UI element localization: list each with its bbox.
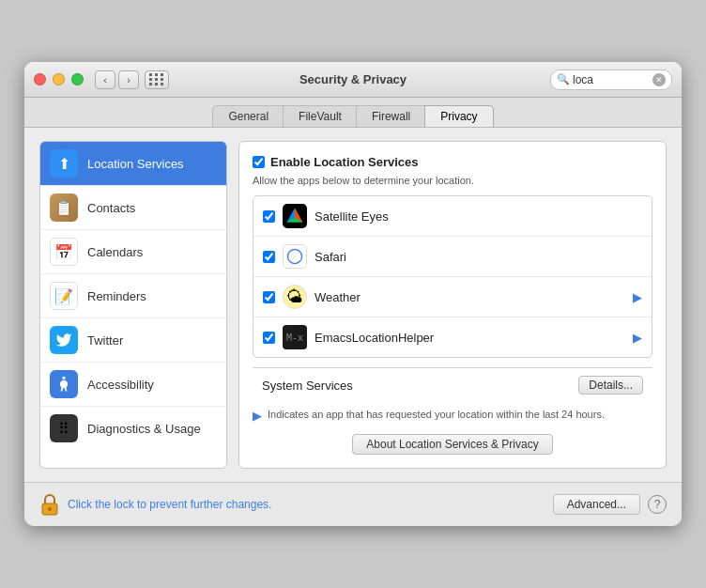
calendars-icon: 📅 — [50, 238, 78, 266]
bottom-bar: Click the lock to prevent further change… — [24, 482, 682, 526]
weather-name: Weather — [315, 290, 625, 304]
search-clear-button[interactable]: ✕ — [652, 73, 666, 86]
details-button[interactable]: Details... — [578, 376, 643, 395]
sidebar-item-contacts[interactable]: 📋 Contacts — [40, 186, 226, 230]
search-box[interactable]: 🔍 ✕ — [550, 70, 672, 90]
app-row-emacs: M-x EmacsLocationHelper ▶ — [253, 317, 652, 357]
enable-location-label: Enable Location Services — [270, 155, 419, 169]
emacs-checkbox[interactable] — [263, 332, 275, 344]
twitter-icon — [50, 326, 78, 354]
hint-text: Indicates an app that has requested your… — [268, 408, 605, 422]
close-button[interactable] — [34, 73, 46, 85]
search-input[interactable] — [573, 73, 648, 86]
app-row-weather: 🌤 Weather ▶ — [253, 277, 652, 317]
svg-point-9 — [48, 507, 52, 511]
system-services-row: System Services Details... — [253, 367, 652, 402]
sidebar: ⬆ Location Services 📋 Contacts 📅 Calenda… — [39, 141, 227, 469]
sidebar-label-location-services: Location Services — [87, 157, 184, 171]
diagnostics-icon: ⠿ — [50, 414, 78, 442]
emacs-icon: M-x — [283, 325, 307, 349]
emacs-location-arrow-icon: ▶ — [633, 331, 642, 345]
sidebar-item-location-services[interactable]: ⬆ Location Services — [40, 142, 226, 186]
advanced-button[interactable]: Advanced... — [553, 494, 640, 515]
safari-icon — [283, 244, 307, 269]
tab-firewall[interactable]: Firewall — [356, 105, 426, 127]
weather-location-arrow-icon: ▶ — [633, 290, 642, 304]
sidebar-item-accessibility[interactable]: Accessibility — [40, 363, 226, 407]
search-icon: 🔍 — [557, 73, 570, 85]
satellite-eyes-name: Satellite Eyes — [315, 209, 642, 224]
grid-view-button[interactable] — [145, 70, 169, 89]
sidebar-label-calendars: Calendars — [87, 245, 143, 259]
safari-compass-icon — [285, 247, 304, 266]
back-button[interactable]: ‹ — [95, 70, 115, 89]
tab-general[interactable]: General — [212, 105, 284, 127]
location-arrow-icon: ⬆ — [58, 155, 70, 173]
right-panel: Enable Location Services Allow the apps … — [238, 141, 667, 469]
lock-text[interactable]: Click the lock to prevent further change… — [68, 498, 271, 511]
reminders-icon: 📝 — [50, 282, 78, 310]
sidebar-label-twitter: Twitter — [87, 333, 123, 348]
window-title: Security & Privacy — [299, 72, 407, 86]
tab-privacy[interactable]: Privacy — [424, 105, 493, 127]
maximize-button[interactable] — [71, 73, 84, 85]
safari-checkbox[interactable] — [263, 251, 275, 263]
help-button[interactable]: ? — [648, 495, 667, 514]
bottom-right: Advanced... ? — [553, 494, 667, 515]
app-list: Satellite Eyes Safari — [253, 195, 652, 358]
safari-name: Safari — [315, 250, 642, 264]
satellite-eyes-icon — [283, 204, 307, 228]
app-row-safari: Safari — [253, 237, 652, 277]
lock-icon[interactable] — [39, 492, 60, 517]
weather-icon: 🌤 — [283, 285, 307, 309]
sidebar-item-calendars[interactable]: 📅 Calendars — [40, 230, 226, 274]
nav-arrows: ‹ › — [95, 70, 139, 89]
sub-text: Allow the apps below to determine your l… — [253, 175, 652, 186]
tabs-bar: General FileVault Firewall Privacy — [24, 98, 682, 128]
sidebar-item-diagnostics[interactable]: ⠿ Diagnostics & Usage — [40, 407, 226, 450]
lock-row: Click the lock to prevent further change… — [39, 492, 271, 517]
grid-icon — [149, 73, 164, 85]
enable-location-checkbox[interactable] — [253, 156, 265, 168]
sidebar-label-diagnostics: Diagnostics & Usage — [87, 422, 201, 436]
titlebar: ‹ › Security & Privacy 🔍 ✕ — [24, 62, 682, 98]
twitter-bird-icon — [55, 332, 72, 348]
enable-location-row: Enable Location Services — [253, 155, 652, 169]
about-btn-row: About Location Services & Privacy — [253, 434, 652, 455]
sidebar-item-reminders[interactable]: 📝 Reminders — [40, 274, 226, 318]
satellite-icon — [285, 207, 304, 225]
sidebar-label-contacts: Contacts — [87, 201, 135, 215]
sidebar-label-reminders: Reminders — [87, 289, 146, 303]
system-services-label: System Services — [262, 379, 578, 393]
app-row-satellite-eyes: Satellite Eyes — [253, 196, 652, 237]
contacts-icon: 📋 — [50, 193, 78, 222]
sidebar-label-accessibility: Accessibility — [87, 378, 154, 392]
satellite-eyes-checkbox[interactable] — [263, 210, 275, 223]
sidebar-item-twitter[interactable]: Twitter — [40, 318, 226, 363]
accessibility-icon — [50, 370, 78, 398]
weather-checkbox[interactable] — [263, 291, 275, 303]
traffic-lights — [34, 73, 84, 85]
about-location-button[interactable]: About Location Services & Privacy — [352, 434, 552, 455]
tab-filevault[interactable]: FileVault — [283, 105, 358, 127]
emacs-name: EmacsLocationHelper — [315, 331, 625, 345]
hint-row: ▶ Indicates an app that has requested yo… — [253, 408, 652, 423]
main-window: ‹ › Security & Privacy 🔍 ✕ General FileV… — [24, 62, 682, 526]
accessibility-person-icon — [54, 375, 73, 394]
main-content: ⬆ Location Services 📋 Contacts 📅 Calenda… — [24, 128, 682, 482]
location-services-icon: ⬆ — [50, 149, 78, 178]
forward-button[interactable]: › — [118, 70, 139, 89]
hint-arrow-icon: ▶ — [253, 409, 262, 423]
minimize-button[interactable] — [53, 73, 65, 85]
svg-point-0 — [62, 377, 65, 379]
